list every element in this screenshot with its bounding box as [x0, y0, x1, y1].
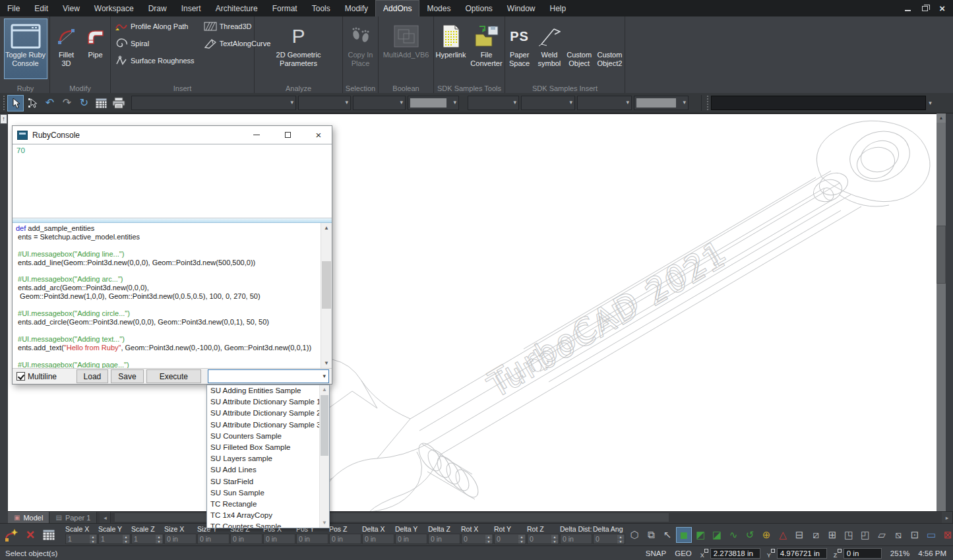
dropdown-item-tc-rectangle[interactable]: TC Rectangle	[207, 499, 319, 510]
execute-button[interactable]: Execute	[146, 369, 201, 383]
dropdown-scrollbar[interactable]: ▲ ▼	[319, 385, 329, 528]
console-output[interactable]: 70	[13, 144, 332, 218]
skew-icon[interactable]: ▱	[874, 527, 890, 543]
ribbon-button-file-converter[interactable]: File Converter	[469, 18, 505, 79]
field-input-size-y[interactable]: 0 in	[197, 534, 230, 544]
ribbon-button-toggle-ruby-console[interactable]: Toggle Ruby Console	[4, 18, 47, 79]
undo-icon[interactable]: ↶	[42, 95, 58, 111]
property-combo-2[interactable]: ▾	[298, 96, 351, 110]
menu-tools[interactable]: Tools	[305, 0, 338, 16]
print-style-icon[interactable]	[110, 95, 127, 111]
dropdown-item-su-layers-sample[interactable]: SU Layers sample	[207, 453, 319, 464]
ribbon-button-paper-space[interactable]: PSPaper Space	[505, 18, 534, 79]
field-input-scale-z[interactable]: 1▲▼	[131, 534, 164, 544]
selector-grid-icon[interactable]	[40, 526, 57, 544]
select-wire-icon[interactable]: ∿	[725, 527, 741, 543]
menu-addons[interactable]: AddOns	[375, 0, 419, 16]
field-input-pos-x[interactable]: 0 in	[263, 534, 295, 544]
select-crossed-window-icon[interactable]: ◩	[692, 527, 708, 543]
dropdown-item-su-sun-sample[interactable]: SU Sun Sample	[207, 487, 319, 499]
sample-select-combo[interactable]: ▾	[208, 369, 329, 383]
ribbon-button-weld-symbol[interactable]: Weld symbol	[535, 18, 563, 79]
toolbar-grip[interactable]	[2, 96, 6, 110]
ribbon-button-hyperlink[interactable]: Hyperlink	[435, 18, 468, 79]
coord-input-y[interactable]: 4.976721 in	[777, 548, 827, 559]
ribbon-button-2d-geometric-parameters[interactable]: P2D Geometric Parameters	[257, 18, 341, 79]
editor-scrollbar-thumb[interactable]	[322, 261, 331, 309]
menu-options[interactable]: Options	[458, 0, 499, 16]
dropdown-scroll-down-icon[interactable]: ▼	[320, 518, 329, 528]
field-input-pos-y[interactable]: 0 in	[296, 534, 328, 544]
menu-insert[interactable]: Insert	[174, 0, 208, 16]
field-input-rot-x[interactable]: 0▲▼	[461, 534, 493, 544]
field-input-scale-y[interactable]: 1▲▼	[98, 534, 131, 544]
dropdown-item-tc-counters-sample[interactable]: TC Counters Sample	[207, 521, 319, 528]
field-input-delta-x[interactable]: 0 in	[362, 534, 394, 544]
redo-icon[interactable]: ↷	[59, 95, 75, 111]
ribbon-button-custom-object2[interactable]: Custom Object2	[595, 18, 625, 79]
spinner-icon[interactable]: ▲▼	[485, 535, 492, 543]
color-combo[interactable]: ▾	[408, 96, 459, 110]
tab-scroll-left-icon[interactable]: ◂	[100, 512, 111, 523]
resize-corner-icon[interactable]: ◳	[841, 527, 857, 543]
spinner-icon[interactable]: ▲▼	[518, 535, 525, 543]
delete-icon[interactable]: ×	[22, 526, 39, 544]
edit-frame-icon[interactable]: ◰	[857, 527, 873, 543]
horizontal-scrollbar-thumb[interactable]	[115, 513, 669, 522]
console-titlebar[interactable]: RubyConsole ×	[13, 126, 332, 144]
menu-draw[interactable]: Draw	[141, 0, 174, 16]
node-select-tool-icon[interactable]	[24, 95, 41, 111]
property-combo-7[interactable]: ▾	[577, 96, 632, 110]
dropdown-item-su-adding-entities-sample[interactable]: SU Adding Entities Sample	[207, 385, 319, 396]
copy-3d-icon[interactable]: ⧉	[643, 527, 659, 543]
field-input-delta-dist[interactable]: 0 in	[560, 534, 592, 544]
geo-toggle[interactable]: GEO	[675, 549, 692, 557]
command-field-grip[interactable]	[706, 96, 710, 110]
field-input-delta-y[interactable]: 0 in	[395, 534, 427, 544]
snap-toggle[interactable]: SNAP	[646, 549, 666, 557]
ribbon-button-spiral[interactable]: Spiral	[111, 36, 199, 51]
style-combo[interactable]: ▾	[131, 96, 296, 110]
dropdown-item-su-counters-sample[interactable]: SU Counters Sample	[207, 431, 319, 442]
ribbon-button-fillet-3d[interactable]: Fillet 3D	[52, 18, 81, 79]
field-input-rot-y[interactable]: 0▲▼	[494, 534, 526, 544]
shear-icon[interactable]: ⧅	[890, 527, 906, 543]
delta-mode-icon[interactable]: △	[775, 527, 791, 543]
scroll-up-icon[interactable]: ▲	[937, 113, 946, 123]
field-input-delta-ang[interactable]: 0▲▼	[593, 534, 625, 544]
fill-combo[interactable]: ▾	[634, 96, 689, 110]
frame-on-icon[interactable]: ▭	[923, 527, 939, 543]
load-button[interactable]: Load	[77, 369, 109, 383]
rotate-selection-icon[interactable]: ↺	[742, 527, 758, 543]
menu-format[interactable]: Format	[265, 0, 305, 16]
dropdown-item-su-attribute-dictionary-sample-3[interactable]: SU Attribute Dictionary Sample 3	[207, 420, 319, 431]
menu-architecture[interactable]: Architecture	[208, 0, 265, 16]
menu-workspace[interactable]: Workspace	[87, 0, 141, 16]
restore-button[interactable]	[922, 4, 928, 13]
ribbon-button-surface-roughness[interactable]: Surface Roughness	[111, 53, 199, 69]
selection-info-icon[interactable]	[93, 95, 109, 111]
field-input-scale-x[interactable]: 1▲▼	[65, 534, 98, 544]
menu-edit[interactable]: Edit	[27, 0, 55, 16]
select-fence-icon[interactable]: ◪	[709, 527, 725, 543]
multiline-checkbox[interactable]	[16, 372, 25, 381]
dropdown-item-su-add-lines[interactable]: SU Add Lines	[207, 464, 319, 476]
ribbon-button-custom-object[interactable]: Custom Object	[565, 18, 594, 79]
orbit-3d-icon[interactable]: ⬡	[627, 527, 642, 543]
assemble-icon[interactable]: ⊟	[791, 527, 807, 543]
editor-scroll-down-icon[interactable]: ▼	[321, 358, 332, 368]
console-maximize-button[interactable]	[274, 127, 301, 144]
editor-scroll-up-icon[interactable]: ▲	[321, 223, 332, 233]
editor-scrollbar[interactable]: ▲ ▼	[321, 223, 332, 368]
minimize-button[interactable]	[905, 4, 911, 13]
spinner-icon[interactable]: ▲▼	[123, 535, 129, 543]
property-combo-3[interactable]: ▾	[353, 96, 406, 110]
menu-modes[interactable]: Modes	[419, 0, 458, 16]
menu-view[interactable]: View	[55, 0, 87, 16]
field-input-size-x[interactable]: 0 in	[164, 534, 197, 544]
console-splitter[interactable]	[13, 218, 332, 223]
frame-off-icon[interactable]: ⊠	[940, 527, 953, 543]
select-open-window-icon[interactable]: ◼	[676, 527, 692, 543]
node-edit-icon[interactable]: ↖	[660, 527, 675, 543]
spinner-icon[interactable]: ▲▼	[617, 535, 624, 543]
